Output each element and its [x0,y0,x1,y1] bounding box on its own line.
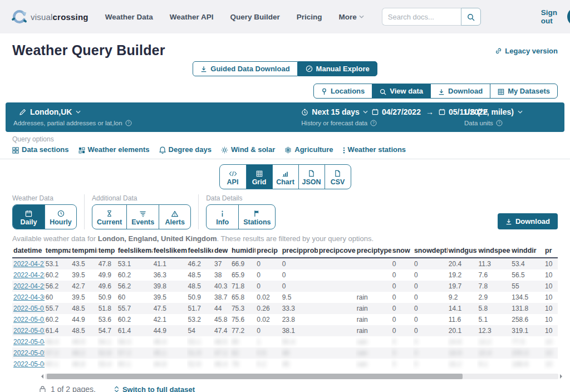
cell-windgust: 11.6 [448,314,478,325]
location-selector[interactable]: London,UK [13,107,301,116]
button-alerts[interactable]: Alerts [159,205,190,229]
button-daily[interactable]: Daily [13,205,45,229]
date-link[interactable]: 2022-04-30 [13,293,45,301]
scrollbar-thumb[interactable] [47,374,463,379]
cell-temp: 49.9 [97,270,117,281]
date-link[interactable]: 2022-04-27 [13,260,45,268]
grid-icon [498,87,504,95]
cell-windspeed: 13.2 [477,336,510,347]
nav-item-weather-data[interactable]: Weather Data [105,13,153,21]
button-info[interactable]: Info [207,205,238,229]
button-stations[interactable]: Stations [238,205,275,229]
sign-out-link[interactable]: Sign out [541,8,557,25]
cell-dew: 37 [213,258,230,270]
scroll-left-arrow-icon[interactable] [39,374,43,379]
query-option-wind-solar[interactable]: Wind & solar [221,145,275,154]
table-row: 2022-04-306039.550.96039.550.938.765.80.… [12,292,558,303]
column-header-precip: precip [255,244,281,258]
query-option-data-sections[interactable]: Data sections [12,145,69,154]
cell-preciptype: rain [356,314,391,325]
cell-feelslike: 53.2 [187,314,213,325]
file-icon [299,168,325,177]
horizontal-scrollbar[interactable] [39,374,564,379]
cell-precip: 0.26 [255,303,281,314]
dots-icon [343,145,345,154]
date-link[interactable]: 2022-05-03 [13,327,45,335]
logo[interactable]: visualcrossing [11,9,89,24]
cell-tempmax: 55.7 [45,303,71,314]
cell-precipcover [318,258,356,270]
download-button[interactable]: Download [498,213,558,229]
scrollbar-track[interactable] [45,374,558,379]
date-link[interactable]: 2022-05-02 [13,316,45,324]
date-link[interactable]: 2022-04-29 [13,282,45,290]
tab-download[interactable]: Download [430,84,490,98]
cell-feelslikemin: 39.8 [153,281,187,292]
page-title: Weather Query Builder [12,42,165,58]
date-link[interactable]: 2022-05-01 [13,305,45,312]
search-button[interactable] [461,8,481,26]
button-current[interactable]: Current [92,205,126,229]
cell-pr: 10 [544,314,558,325]
cell-humidity: 78 [230,359,255,370]
legacy-version-label: Legacy version [505,47,558,55]
manual-explore-button[interactable]: Manual Explore [298,61,377,76]
format-tab-csv[interactable]: CSV [325,165,351,189]
nav-item-pricing[interactable]: Pricing [297,13,322,21]
cell-precip: 0.5 [255,347,281,359]
cell-precipcover [318,347,356,359]
cell-feelslikemin: 44.9 [153,325,187,336]
svg-text:?: ? [127,121,130,125]
guided-data-download-button[interactable]: Guided Data Download [193,61,297,76]
cell-temp: 54.7 [97,325,117,336]
nav-item-query-builder[interactable]: Query Builder [230,13,280,21]
cell-snowdepth: 0 [413,270,448,281]
help-icon[interactable]: ? [496,120,503,126]
format-tab-json[interactable]: JSON [298,165,325,189]
scroll-right-arrow-icon[interactable] [560,374,564,379]
account-button[interactable]: Account [567,7,570,26]
table-footer: 1 of 2 pages. Switch to full dataset [39,385,558,392]
cell-precipprob: 0 [281,270,318,281]
help-icon[interactable]: ? [370,120,377,126]
table-row: 2022-04-2956.242.749.656.239.848.540.371… [12,281,558,292]
cell-pr: 10 [544,258,558,270]
start-date-field[interactable]: 04/27/2022 [372,107,421,116]
format-tab-grid[interactable]: Grid [246,165,272,189]
cell-snowdepth: 0 [413,281,448,292]
query-option-weather-elements[interactable]: Weather elements [78,145,150,154]
query-option-weather-stations[interactable]: Weather stations [343,145,406,154]
switch-to-full-dataset-link[interactable]: Switch to full dataset [114,385,195,392]
format-tab-api[interactable]: API [220,165,246,189]
date-link[interactable]: 2022-05-04 [13,338,45,346]
svg-text:?: ? [372,121,375,125]
tab-locations[interactable]: Locations [314,84,372,98]
units-selector[interactable]: US (°F, miles) [464,107,557,116]
button-hourly[interactable]: Hourly [45,205,76,229]
search-box [382,8,481,26]
column-header-precipprob: precipprob [281,244,318,258]
query-option-agriculture[interactable]: Agriculture [284,145,333,154]
cell-feelslikemax: 53.1 [117,258,153,270]
chevron-down-icon [359,15,364,18]
nav-item-weather-api[interactable]: Weather API [170,13,214,21]
tab-view-data[interactable]: View data [372,84,430,98]
chevron-down-icon [76,110,81,114]
legacy-version-link[interactable]: Legacy version [495,47,558,55]
tab-my-datasets[interactable]: My Datasets [490,84,557,98]
date-link[interactable]: 2022-05-06 [13,360,45,368]
help-icon[interactable]: ? [125,120,132,126]
query-option-degree-days[interactable]: Degree days [159,145,212,154]
cell-windspeed: 9.1 [477,359,510,370]
format-tab-chart[interactable]: Chart [272,165,298,189]
nav-item-more[interactable]: More [339,13,364,21]
search-input[interactable] [382,8,461,26]
date-link[interactable]: 2022-05-05 [13,349,45,357]
button-events[interactable]: Events [126,205,159,229]
cell-pr: 10 [544,303,558,314]
date-link[interactable]: 2022-04-28 [13,271,45,279]
cell-dew: 44 [213,303,230,314]
date-range-selector[interactable]: Next 15 days [301,107,368,116]
pencil-icon [19,109,26,116]
calendar-icon [372,109,379,115]
